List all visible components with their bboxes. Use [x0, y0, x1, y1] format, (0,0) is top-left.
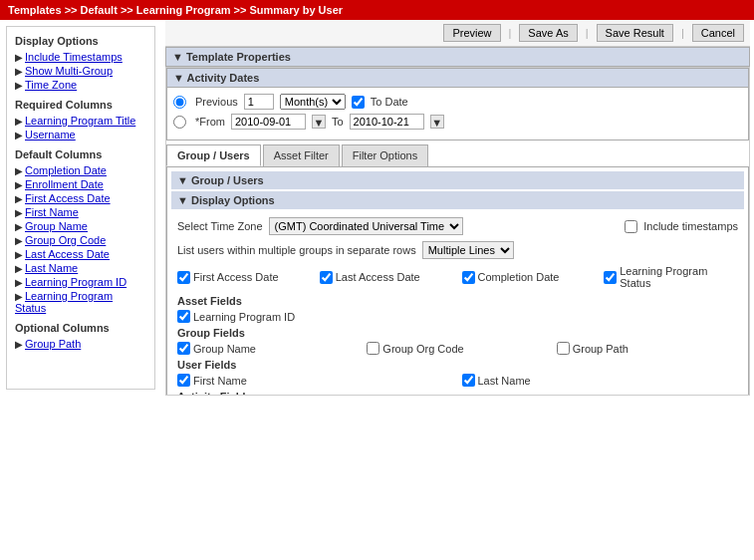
previous-value[interactable]: [244, 94, 274, 110]
to-date-label: To Date: [371, 96, 408, 108]
learning-program-id-link[interactable]: ▶Learning Program ID: [15, 276, 146, 288]
to-calendar-icon[interactable]: ▼: [430, 115, 444, 129]
user-fields-section: User Fields First Name Last Name: [177, 359, 738, 387]
from-calendar-icon[interactable]: ▼: [312, 115, 326, 129]
learning-program-id-checkbox[interactable]: [177, 310, 190, 323]
activity-dates-header[interactable]: ▼ Activity Dates: [167, 69, 748, 88]
tab-asset-filter[interactable]: Asset Filter: [263, 144, 340, 166]
from-radio[interactable]: [173, 116, 186, 129]
multiple-lines-select[interactable]: Multiple Lines: [422, 241, 514, 259]
left-panel: Display Options ▶Include Timestamps ▶Sho…: [6, 26, 155, 390]
top-bar: Templates >> Default >> Learning Program…: [0, 0, 754, 20]
timezone-label: Select Time Zone: [177, 220, 263, 232]
group-path-link[interactable]: ▶Group Path: [15, 338, 146, 350]
user-fields-title: User Fields: [177, 359, 738, 371]
previous-radio[interactable]: [173, 96, 186, 109]
asset-fields-title: Asset Fields: [177, 295, 738, 307]
breadcrumb: Templates >> Default >> Learning Program…: [8, 4, 343, 16]
include-timestamps-checkbox[interactable]: [625, 220, 637, 233]
activity-dates-section: ▼ Activity Dates Previous Month(s) To Da…: [166, 68, 749, 140]
last-name-link[interactable]: ▶Last Name: [15, 262, 146, 274]
required-columns-title: Required Columns: [15, 99, 146, 111]
learning-program-status-check-item: Learning Program Status: [604, 265, 738, 289]
group-name-check-label: Group Name: [193, 343, 256, 355]
time-zone-link[interactable]: ▶Time Zone: [15, 79, 146, 91]
username-link[interactable]: ▶Username: [15, 129, 146, 140]
last-name-checkbox[interactable]: [462, 374, 475, 387]
last-access-date-check-label: Last Access Date: [336, 271, 420, 283]
first-name-check-label: First Name: [193, 375, 247, 387]
to-date-input[interactable]: [350, 114, 424, 130]
timezone-select[interactable]: (GMT) Coordinated Universal Time: [269, 217, 463, 235]
save-as-button[interactable]: Save As: [519, 24, 577, 42]
first-name-check-item: First Name: [177, 374, 454, 387]
to-date-checkbox[interactable]: [352, 96, 365, 109]
last-access-date-link[interactable]: ▶Last Access Date: [15, 248, 146, 260]
group-name-checkbox[interactable]: [177, 342, 190, 355]
group-org-code-checkbox[interactable]: [367, 342, 379, 355]
main-checkboxes-grid: First Access Date Last Access Date Compl…: [177, 265, 738, 289]
group-path-checkbox[interactable]: [557, 342, 570, 355]
template-properties-header[interactable]: ▼ Template Properties: [165, 47, 750, 67]
learning-program-status-link[interactable]: ▶Learning Program Status: [15, 290, 146, 314]
group-name-link[interactable]: ▶Group Name: [15, 220, 146, 232]
asset-fields-section: Asset Fields Learning Program ID: [177, 295, 738, 323]
tabs-container: Group / Users Asset Filter Filter Option…: [166, 144, 749, 167]
completion-date-checkbox[interactable]: [462, 271, 475, 284]
user-fields-grid: First Name Last Name: [177, 374, 738, 387]
from-label: *From: [195, 116, 225, 128]
scrollable-content: ▼ Activity Dates Previous Month(s) To Da…: [165, 67, 750, 396]
group-fields-section: Group Fields Group Name Group Org Code: [177, 327, 738, 355]
previous-label: Previous: [195, 96, 238, 108]
group-users-header[interactable]: ▼ Group / Users: [171, 171, 744, 189]
last-access-date-check-item: Last Access Date: [320, 265, 454, 289]
learning-program-id-check-label: Learning Program ID: [193, 311, 295, 323]
enrollment-date-link[interactable]: ▶Enrollment Date: [15, 178, 146, 190]
activity-fields-title: Activity Fields: [177, 391, 738, 396]
last-access-date-checkbox[interactable]: [320, 271, 333, 284]
cancel-button[interactable]: Cancel: [692, 24, 744, 42]
group-path-check-item: Group Path: [557, 342, 738, 355]
group-path-check-label: Group Path: [573, 343, 628, 355]
options-body: Select Time Zone (GMT) Coordinated Unive…: [171, 213, 744, 396]
learning-program-id-check-item: Learning Program ID: [177, 310, 738, 323]
first-name-link[interactable]: ▶First Name: [15, 206, 146, 218]
default-columns-title: Default Columns: [15, 148, 146, 160]
completion-date-check-label: Completion Date: [478, 271, 560, 283]
preview-button[interactable]: Preview: [443, 24, 500, 42]
right-panel: Preview | Save As | Save Result | Cancel…: [161, 20, 754, 396]
learning-program-status-check-label: Learning Program Status: [620, 265, 738, 289]
months-select[interactable]: Month(s): [280, 94, 346, 110]
group-fields-grid: Group Name Group Org Code Group Path: [177, 342, 738, 355]
multiple-groups-label: List users within multiple groups in sep…: [177, 244, 416, 256]
last-name-check-label: Last Name: [478, 375, 531, 387]
learning-program-title-link[interactable]: ▶Learning Program Title: [15, 115, 146, 127]
include-timestamps-link[interactable]: ▶Include Timestamps: [15, 51, 146, 63]
group-org-code-link[interactable]: ▶Group Org Code: [15, 234, 146, 246]
display-options-header[interactable]: ▼ Display Options: [171, 191, 744, 209]
completion-date-check-item: Completion Date: [462, 265, 597, 289]
group-org-code-check-label: Group Org Code: [382, 343, 463, 355]
first-name-checkbox[interactable]: [177, 374, 190, 387]
from-date-input[interactable]: [231, 114, 306, 130]
to-label: To: [332, 116, 344, 128]
display-options-section: ▼ Display Options Select Time Zone (GMT)…: [171, 191, 744, 396]
first-access-date-check-item: First Access Date: [177, 265, 312, 289]
last-name-check-item: Last Name: [462, 374, 739, 387]
show-multi-group-link[interactable]: ▶Show Multi-Group: [15, 65, 146, 77]
tab-filter-options[interactable]: Filter Options: [342, 144, 428, 166]
tab-content: ▼ Group / Users ▼ Display Options Select…: [166, 167, 749, 396]
optional-columns-title: Optional Columns: [15, 322, 146, 334]
completion-date-link[interactable]: ▶Completion Date: [15, 164, 146, 176]
group-name-check-item: Group Name: [177, 342, 359, 355]
first-access-date-checkbox[interactable]: [177, 271, 190, 284]
learning-program-status-checkbox[interactable]: [604, 271, 617, 284]
tab-group-users[interactable]: Group / Users: [166, 144, 261, 166]
save-result-button[interactable]: Save Result: [597, 24, 673, 42]
display-options-title: Display Options: [15, 35, 146, 47]
toolbar: Preview | Save As | Save Result | Cancel: [165, 20, 750, 47]
group-org-code-check-item: Group Org Code: [367, 342, 548, 355]
activity-fields-section: Activity Fields Enrollment Date: [177, 391, 738, 396]
include-timestamps-label: Include timestamps: [643, 220, 738, 232]
first-access-date-link[interactable]: ▶First Access Date: [15, 192, 146, 204]
